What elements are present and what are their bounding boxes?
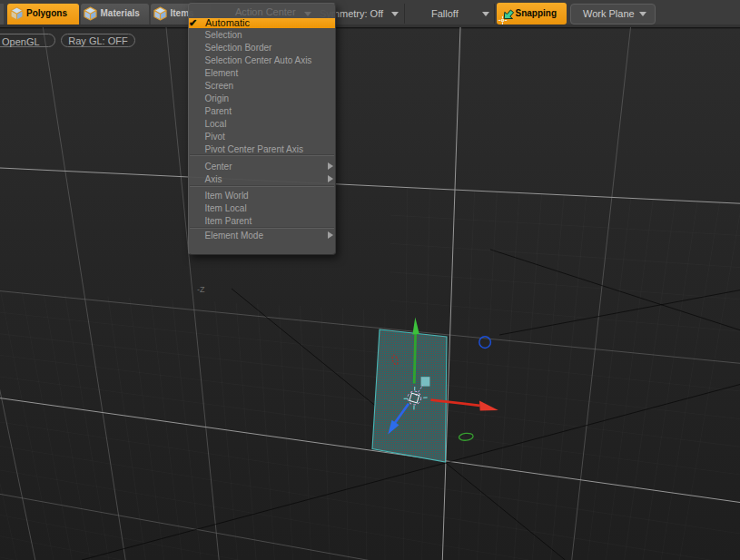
svg-text:-Z: -Z <box>197 285 205 294</box>
